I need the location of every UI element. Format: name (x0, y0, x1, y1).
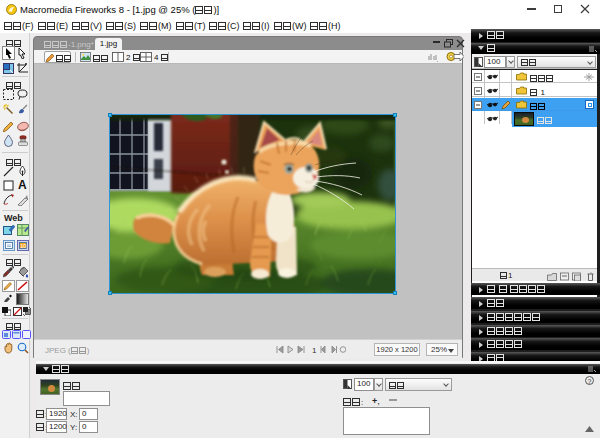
svg-text:1: 1 (312, 346, 317, 355)
svg-text:10: 10 (20, 243, 26, 249)
